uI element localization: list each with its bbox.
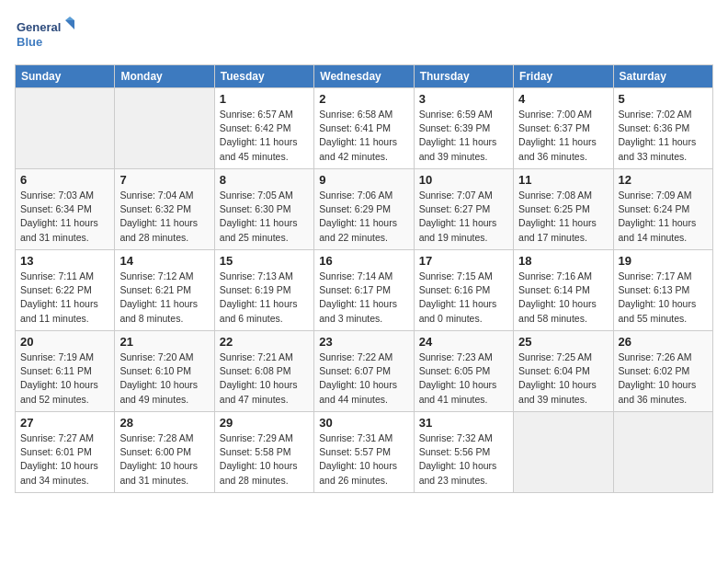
logo: General Blue bbox=[15, 15, 79, 55]
calendar-header: SundayMondayTuesdayWednesdayThursdayFrid… bbox=[16, 65, 713, 88]
header-wednesday: Wednesday bbox=[314, 65, 414, 88]
day-number: 4 bbox=[518, 92, 608, 106]
day-detail: Sunrise: 7:14 AMSunset: 6:17 PMDaylight:… bbox=[319, 270, 408, 326]
day-detail: Sunrise: 7:23 AMSunset: 6:05 PMDaylight:… bbox=[419, 350, 508, 407]
calendar-cell: 11Sunrise: 7:08 AMSunset: 6:25 PMDayligh… bbox=[514, 169, 613, 250]
calendar-cell: 14Sunrise: 7:12 AMSunset: 6:21 PMDayligh… bbox=[115, 250, 214, 331]
day-number: 26 bbox=[619, 335, 708, 349]
day-detail: Sunrise: 6:57 AMSunset: 6:42 PMDaylight:… bbox=[220, 108, 309, 164]
calendar-cell: 2Sunrise: 6:58 AMSunset: 6:41 PMDaylight… bbox=[314, 88, 414, 169]
calendar-cell: 25Sunrise: 7:25 AMSunset: 6:04 PMDayligh… bbox=[514, 331, 613, 412]
day-detail: Sunrise: 7:06 AMSunset: 6:29 PMDaylight:… bbox=[319, 189, 408, 245]
calendar-table: SundayMondayTuesdayWednesdayThursdayFrid… bbox=[15, 64, 713, 493]
day-number: 8 bbox=[220, 173, 309, 187]
day-detail: Sunrise: 7:22 AMSunset: 6:07 PMDaylight:… bbox=[319, 350, 408, 407]
day-number: 28 bbox=[119, 416, 209, 430]
header-sunday: Sunday bbox=[16, 65, 115, 88]
header-thursday: Thursday bbox=[414, 65, 513, 88]
calendar-cell bbox=[115, 88, 214, 169]
day-number: 10 bbox=[419, 173, 508, 187]
calendar-cell bbox=[16, 88, 115, 169]
day-detail: Sunrise: 7:32 AMSunset: 5:56 PMDaylight:… bbox=[419, 431, 508, 488]
day-detail: Sunrise: 6:59 AMSunset: 6:39 PMDaylight:… bbox=[419, 108, 508, 164]
calendar-cell: 9Sunrise: 7:06 AMSunset: 6:29 PMDaylight… bbox=[314, 169, 414, 250]
week-row-4: 20Sunrise: 7:19 AMSunset: 6:11 PMDayligh… bbox=[16, 331, 713, 412]
svg-marker-3 bbox=[65, 17, 74, 20]
calendar-cell: 15Sunrise: 7:13 AMSunset: 6:19 PMDayligh… bbox=[214, 250, 313, 331]
calendar-cell bbox=[514, 412, 613, 493]
day-number: 19 bbox=[619, 254, 708, 268]
svg-marker-2 bbox=[65, 20, 74, 29]
day-detail: Sunrise: 7:08 AMSunset: 6:25 PMDaylight:… bbox=[518, 189, 608, 245]
day-detail: Sunrise: 7:31 AMSunset: 5:57 PMDaylight:… bbox=[319, 431, 408, 488]
day-number: 30 bbox=[319, 416, 408, 430]
calendar-cell: 29Sunrise: 7:29 AMSunset: 5:58 PMDayligh… bbox=[214, 412, 313, 493]
day-number: 16 bbox=[319, 254, 408, 268]
day-detail: Sunrise: 7:26 AMSunset: 6:02 PMDaylight:… bbox=[619, 350, 708, 407]
day-number: 24 bbox=[419, 335, 508, 349]
day-number: 12 bbox=[619, 173, 708, 187]
day-number: 14 bbox=[119, 254, 209, 268]
day-detail: Sunrise: 7:03 AMSunset: 6:34 PMDaylight:… bbox=[20, 189, 109, 245]
day-detail: Sunrise: 7:05 AMSunset: 6:30 PMDaylight:… bbox=[220, 189, 309, 245]
day-number: 18 bbox=[518, 254, 608, 268]
day-detail: Sunrise: 7:15 AMSunset: 6:16 PMDaylight:… bbox=[419, 270, 508, 326]
calendar-cell: 8Sunrise: 7:05 AMSunset: 6:30 PMDaylight… bbox=[214, 169, 313, 250]
calendar-cell: 3Sunrise: 6:59 AMSunset: 6:39 PMDaylight… bbox=[414, 88, 513, 169]
calendar-cell: 21Sunrise: 7:20 AMSunset: 6:10 PMDayligh… bbox=[115, 331, 214, 412]
calendar-cell: 6Sunrise: 7:03 AMSunset: 6:34 PMDaylight… bbox=[16, 169, 115, 250]
day-detail: Sunrise: 7:12 AMSunset: 6:21 PMDaylight:… bbox=[119, 270, 209, 326]
day-detail: Sunrise: 7:02 AMSunset: 6:36 PMDaylight:… bbox=[619, 108, 708, 164]
calendar-cell: 5Sunrise: 7:02 AMSunset: 6:36 PMDaylight… bbox=[613, 88, 712, 169]
calendar-cell: 12Sunrise: 7:09 AMSunset: 6:24 PMDayligh… bbox=[613, 169, 712, 250]
week-row-3: 13Sunrise: 7:11 AMSunset: 6:22 PMDayligh… bbox=[16, 250, 713, 331]
calendar-body: 1Sunrise: 6:57 AMSunset: 6:42 PMDaylight… bbox=[16, 88, 713, 493]
day-number: 13 bbox=[20, 254, 109, 268]
day-number: 27 bbox=[20, 416, 109, 430]
day-detail: Sunrise: 7:16 AMSunset: 6:14 PMDaylight:… bbox=[518, 270, 608, 326]
calendar-cell: 4Sunrise: 7:00 AMSunset: 6:37 PMDaylight… bbox=[514, 88, 613, 169]
day-number: 2 bbox=[319, 92, 408, 106]
week-row-5: 27Sunrise: 7:27 AMSunset: 6:01 PMDayligh… bbox=[16, 412, 713, 493]
day-number: 29 bbox=[220, 416, 309, 430]
calendar-cell: 23Sunrise: 7:22 AMSunset: 6:07 PMDayligh… bbox=[314, 331, 414, 412]
day-detail: Sunrise: 7:21 AMSunset: 6:08 PMDaylight:… bbox=[220, 350, 309, 407]
calendar-cell: 19Sunrise: 7:17 AMSunset: 6:13 PMDayligh… bbox=[613, 250, 712, 331]
week-row-2: 6Sunrise: 7:03 AMSunset: 6:34 PMDaylight… bbox=[16, 169, 713, 250]
calendar-cell: 20Sunrise: 7:19 AMSunset: 6:11 PMDayligh… bbox=[16, 331, 115, 412]
page-header: General Blue bbox=[15, 15, 713, 55]
day-detail: Sunrise: 7:29 AMSunset: 5:58 PMDaylight:… bbox=[220, 431, 309, 488]
day-number: 15 bbox=[220, 254, 309, 268]
day-number: 25 bbox=[518, 335, 608, 349]
svg-text:Blue: Blue bbox=[17, 35, 42, 49]
header-row: SundayMondayTuesdayWednesdayThursdayFrid… bbox=[16, 65, 713, 88]
day-number: 17 bbox=[419, 254, 508, 268]
calendar-cell: 30Sunrise: 7:31 AMSunset: 5:57 PMDayligh… bbox=[314, 412, 414, 493]
header-tuesday: Tuesday bbox=[214, 65, 313, 88]
day-detail: Sunrise: 7:27 AMSunset: 6:01 PMDaylight:… bbox=[20, 431, 109, 488]
day-detail: Sunrise: 7:04 AMSunset: 6:32 PMDaylight:… bbox=[119, 189, 209, 245]
calendar-cell: 13Sunrise: 7:11 AMSunset: 6:22 PMDayligh… bbox=[16, 250, 115, 331]
day-detail: Sunrise: 7:00 AMSunset: 6:37 PMDaylight:… bbox=[518, 108, 608, 164]
day-detail: Sunrise: 7:28 AMSunset: 6:00 PMDaylight:… bbox=[119, 431, 209, 488]
day-detail: Sunrise: 7:11 AMSunset: 6:22 PMDaylight:… bbox=[20, 270, 109, 326]
calendar-cell: 26Sunrise: 7:26 AMSunset: 6:02 PMDayligh… bbox=[613, 331, 712, 412]
day-detail: Sunrise: 6:58 AMSunset: 6:41 PMDaylight:… bbox=[319, 108, 408, 164]
day-detail: Sunrise: 7:20 AMSunset: 6:10 PMDaylight:… bbox=[119, 350, 209, 407]
day-number: 3 bbox=[419, 92, 508, 106]
calendar-cell bbox=[613, 412, 712, 493]
day-detail: Sunrise: 7:07 AMSunset: 6:27 PMDaylight:… bbox=[419, 189, 508, 245]
calendar-cell: 17Sunrise: 7:15 AMSunset: 6:16 PMDayligh… bbox=[414, 250, 513, 331]
calendar-cell: 24Sunrise: 7:23 AMSunset: 6:05 PMDayligh… bbox=[414, 331, 513, 412]
logo-svg: General Blue bbox=[15, 15, 79, 55]
calendar-cell: 1Sunrise: 6:57 AMSunset: 6:42 PMDaylight… bbox=[214, 88, 313, 169]
week-row-1: 1Sunrise: 6:57 AMSunset: 6:42 PMDaylight… bbox=[16, 88, 713, 169]
day-detail: Sunrise: 7:17 AMSunset: 6:13 PMDaylight:… bbox=[619, 270, 708, 326]
calendar-cell: 18Sunrise: 7:16 AMSunset: 6:14 PMDayligh… bbox=[514, 250, 613, 331]
calendar-cell: 16Sunrise: 7:14 AMSunset: 6:17 PMDayligh… bbox=[314, 250, 414, 331]
day-number: 22 bbox=[220, 335, 309, 349]
day-detail: Sunrise: 7:19 AMSunset: 6:11 PMDaylight:… bbox=[20, 350, 109, 407]
calendar-cell: 22Sunrise: 7:21 AMSunset: 6:08 PMDayligh… bbox=[214, 331, 313, 412]
day-number: 7 bbox=[119, 173, 209, 187]
svg-text:General: General bbox=[17, 20, 61, 34]
